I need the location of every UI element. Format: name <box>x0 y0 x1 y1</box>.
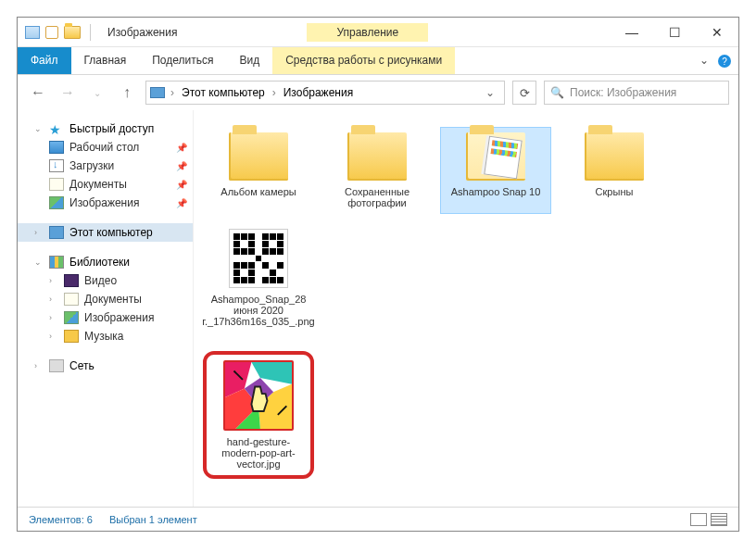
new-folder-icon[interactable] <box>45 26 58 39</box>
body: ⌄★ Быстрый доступ Рабочий стол📌 Загрузки… <box>18 110 738 507</box>
help-icon[interactable]: ? <box>718 55 731 68</box>
quick-access-toolbar <box>18 24 102 41</box>
sidebar-item-documents[interactable]: Документы📌 <box>18 175 193 194</box>
view-tab[interactable]: Вид <box>226 47 272 74</box>
pc-icon <box>150 87 165 98</box>
sidebar-item-video[interactable]: › Видео <box>18 271 193 290</box>
file-hand-gesture[interactable]: hand-gesture-modern-pop-art-vector.jpg <box>203 351 314 479</box>
sidebar-item-this-pc[interactable]: › Этот компьютер <box>18 223 193 242</box>
pc-icon <box>49 226 64 239</box>
forward-button[interactable]: → <box>57 82 79 104</box>
music-icon <box>64 330 79 343</box>
sidebar-item-desktop[interactable]: Рабочий стол📌 <box>18 138 193 157</box>
window-title: Изображения <box>102 26 177 39</box>
downloads-icon <box>49 159 64 172</box>
sidebar-network[interactable]: › Сеть <box>18 357 193 375</box>
sidebar-item-pictures-lib[interactable]: › Изображения <box>18 308 193 327</box>
documents-icon <box>64 293 79 306</box>
address-dropdown-icon[interactable]: ⌄ <box>480 86 500 99</box>
pin-icon: 📌 <box>176 143 187 153</box>
libraries-icon <box>49 256 64 269</box>
search-placeholder: Поиск: Изображения <box>570 86 676 99</box>
status-selected: Выбран 1 элемент <box>109 514 197 525</box>
sidebar-quick-access[interactable]: ⌄★ Быстрый доступ <box>18 119 193 138</box>
address-bar[interactable]: › Этот компьютер › Изображения ⌄ <box>145 81 505 105</box>
ribbon-collapse-icon[interactable]: ⌄ <box>690 47 718 74</box>
pop-art-thumbnail <box>223 360 294 431</box>
picture-tools-tab[interactable]: Средства работы с рисунками <box>272 47 455 74</box>
refresh-button[interactable]: ⟳ <box>512 81 536 105</box>
context-tab-label: Управление <box>307 23 428 42</box>
ribbon-tabs: Файл Главная Поделиться Вид Средства раб… <box>18 47 738 75</box>
file-list[interactable]: Альбом камеры Сохраненные фотографии Ash… <box>194 110 738 507</box>
pictures-icon <box>49 196 64 209</box>
folder-icon <box>466 132 525 181</box>
minimize-button[interactable]: — <box>611 18 653 47</box>
sidebar-item-downloads[interactable]: Загрузки📌 <box>18 157 193 175</box>
network-icon <box>49 359 64 372</box>
documents-icon <box>49 178 64 191</box>
chevron-right-icon[interactable]: › <box>170 86 174 99</box>
desktop-icon <box>49 141 64 154</box>
navigation-pane: ⌄★ Быстрый доступ Рабочий стол📌 Загрузки… <box>18 110 194 507</box>
file-tab[interactable]: Файл <box>18 47 71 74</box>
view-switcher <box>690 513 727 526</box>
folder-icon <box>585 132 644 181</box>
pictures-icon <box>64 311 79 324</box>
sidebar-item-music[interactable]: › Музыка <box>18 327 193 345</box>
folder-icon <box>347 132 407 181</box>
search-icon: 🔍 <box>550 86 564 99</box>
video-icon <box>64 274 79 287</box>
pin-icon: 📌 <box>176 198 187 208</box>
folder-icon[interactable] <box>64 26 81 39</box>
up-button[interactable]: ↑ <box>116 82 138 104</box>
details-view-button[interactable] <box>690 513 707 526</box>
qr-code-thumbnail <box>229 229 288 288</box>
breadcrumb-root[interactable]: Этот компьютер <box>176 84 271 101</box>
folder-ashampoo-snap[interactable]: Ashampoo Snap 10 <box>440 127 551 214</box>
recent-dropdown-icon[interactable]: ⌄ <box>86 82 108 104</box>
home-tab[interactable]: Главная <box>71 47 140 74</box>
explorer-window: Изображения Управление — ☐ ✕ Файл Главна… <box>17 17 739 532</box>
pin-icon: 📌 <box>176 180 187 190</box>
divider <box>90 24 91 41</box>
folder-icon <box>229 132 288 181</box>
icons-view-button[interactable] <box>711 513 727 526</box>
folder-camera-roll[interactable]: Альбом камеры <box>203 127 314 214</box>
status-bar: Элементов: 6 Выбран 1 элемент <box>18 507 738 531</box>
pin-icon: 📌 <box>176 161 187 171</box>
sidebar-item-documents-lib[interactable]: › Документы <box>18 290 193 308</box>
window-controls: — ☐ ✕ <box>611 18 738 47</box>
properties-icon[interactable] <box>25 26 40 39</box>
folder-saved-pictures[interactable]: Сохраненные фотографии <box>321 127 433 214</box>
sidebar-libraries[interactable]: ⌄ Библиотеки <box>18 253 193 271</box>
breadcrumb-folder[interactable]: Изображения <box>278 84 359 101</box>
back-button[interactable]: ← <box>27 82 49 104</box>
close-button[interactable]: ✕ <box>696 18 738 47</box>
search-input[interactable]: 🔍 Поиск: Изображения <box>544 81 729 105</box>
titlebar: Изображения Управление — ☐ ✕ <box>18 18 738 47</box>
sidebar-item-pictures[interactable]: Изображения📌 <box>18 194 193 212</box>
maximize-button[interactable]: ☐ <box>653 18 696 47</box>
chevron-right-icon[interactable]: › <box>272 86 276 99</box>
file-ashampoo-png[interactable]: Ashampoo_Snap_28 июня 2020 г._17h36m16s_… <box>203 223 314 332</box>
folder-screenshots[interactable]: Скрыны <box>559 127 670 214</box>
status-item-count: Элементов: 6 <box>29 514 93 525</box>
share-tab[interactable]: Поделиться <box>139 47 226 74</box>
navigation-bar: ← → ⌄ ↑ › Этот компьютер › Изображения ⌄… <box>18 75 738 110</box>
